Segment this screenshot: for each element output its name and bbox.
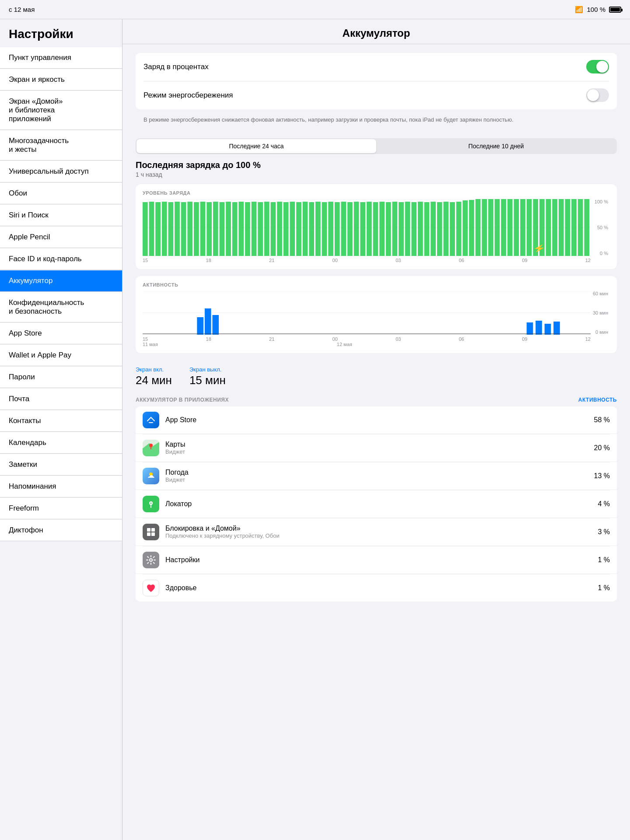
sidebar-item-wallpaper[interactable]: Обои	[0, 183, 122, 204]
screen-on-stat: Экран вкл. 24 мин	[136, 366, 172, 387]
power-saving-toggle[interactable]	[586, 88, 609, 102]
svg-rect-62	[520, 199, 525, 256]
svg-rect-11	[194, 202, 199, 256]
charge-y-100: 100 %	[595, 199, 608, 204]
status-right: 📶 100 %	[575, 6, 621, 14]
screen-off-label: Экран выкл.	[189, 366, 226, 373]
app-percent-settings: 1 %	[598, 556, 610, 564]
sidebar-item-face-id[interactable]: Face ID и код-пароль	[0, 248, 122, 270]
app-info-find-my: Локатор	[165, 500, 598, 508]
sidebar-item-calendar[interactable]: Календарь	[0, 432, 122, 454]
svg-rect-47	[424, 202, 430, 256]
svg-rect-37	[360, 202, 365, 256]
svg-rect-18	[238, 202, 244, 256]
app-row-maps[interactable]: Карты Виджет 20 %	[136, 434, 617, 462]
app-name-app-store: App Store	[165, 416, 594, 424]
svg-rect-49	[437, 202, 442, 256]
app-row-health[interactable]: Здоровье 1 %	[136, 574, 617, 602]
sidebar-item-voice-memos[interactable]: Диктофон	[0, 520, 122, 541]
sidebar: Настройки Пункт управления Экран и яркос…	[0, 0, 122, 840]
screen-on-label: Экран вкл.	[136, 366, 172, 373]
svg-rect-15	[220, 202, 225, 256]
sidebar-item-siri[interactable]: Siri и Поиск	[0, 205, 122, 226]
svg-rect-70	[571, 199, 577, 256]
svg-rect-26	[290, 202, 295, 256]
sidebar-item-accessibility[interactable]: Универсальный доступ	[0, 161, 122, 182]
power-saving-row: Режим энергосбережения	[136, 81, 617, 109]
sidebar-item-reminders[interactable]: Напоминания	[0, 476, 122, 497]
svg-rect-41	[386, 202, 391, 256]
svg-rect-13	[206, 202, 212, 256]
sidebar-item-multitasking[interactable]: Многозадачность и жесты	[0, 130, 122, 161]
app-percent-app-store: 58 %	[594, 416, 610, 424]
main-content: Аккумулятор Заряд в процентах Режим энер…	[122, 0, 630, 840]
svg-rect-80	[527, 322, 533, 335]
app-percent-maps: 20 %	[594, 444, 610, 452]
svg-rect-24	[277, 202, 282, 256]
svg-rect-3	[143, 202, 148, 256]
app-info-app-store: App Store	[165, 416, 594, 424]
time-range-selector[interactable]: Последние 24 часа Последние 10 дней	[136, 138, 617, 154]
svg-rect-43	[399, 202, 404, 256]
app-row-lock-home[interactable]: Блокировка и «Домой» Подключено к зарядн…	[136, 518, 617, 546]
activity-chart-section: АКТИВНОСТЬ	[136, 276, 617, 353]
svg-rect-72	[584, 199, 589, 256]
svg-rect-69	[565, 199, 570, 256]
charge-percent-toggle[interactable]	[586, 60, 609, 74]
svg-rect-82	[545, 324, 551, 335]
sidebar-item-passwords[interactable]: Пароли	[0, 367, 122, 388]
svg-rect-19	[245, 202, 250, 256]
app-row-find-my[interactable]: Локатор 4 %	[136, 490, 617, 518]
charge-percent-row: Заряд в процентах	[136, 53, 617, 80]
svg-rect-57	[488, 199, 494, 256]
sidebar-item-freeform[interactable]: Freeform	[0, 498, 122, 519]
svg-rect-9	[181, 202, 186, 256]
wifi-icon: 📶	[575, 6, 583, 14]
screen-off-stat: Экран выкл. 15 мин	[189, 366, 226, 387]
activity-y-30: 30 мин	[593, 310, 608, 315]
app-percent-lock-home: 3 %	[598, 528, 610, 536]
charge-percent-label: Заряд в процентах	[144, 63, 209, 71]
svg-rect-30	[315, 202, 321, 256]
sidebar-item-home-screen[interactable]: Экран «Домой» и библиотека приложений	[0, 91, 122, 130]
app-row-settings[interactable]: Настройки 1 %	[136, 546, 617, 574]
sidebar-item-apple-pencil[interactable]: Apple Pencil	[0, 227, 122, 248]
screen-on-value: 24 мин	[136, 374, 172, 387]
tab-24h[interactable]: Последние 24 часа	[136, 139, 376, 153]
last-charge-title: Последняя зарядка до 100 %	[136, 160, 617, 170]
sidebar-item-display[interactable]: Экран и яркость	[0, 69, 122, 91]
sidebar-item-wallet[interactable]: Wallet и Apple Pay	[0, 345, 122, 366]
app-row-weather[interactable]: Погода Виджет 13 %	[136, 462, 617, 490]
sidebar-item-contacts[interactable]: Контакты	[0, 410, 122, 432]
sidebar-item-notes[interactable]: Заметки	[0, 454, 122, 476]
apps-section-header: АККУМУЛЯТОР В ПРИЛОЖЕНИЯХ АКТИВНОСТЬ	[136, 391, 617, 406]
sidebar-item-mail[interactable]: Почта	[0, 388, 122, 410]
charge-chart-section: УРОВЕНЬ ЗАРЯДА	[136, 184, 617, 269]
svg-rect-63	[527, 199, 532, 256]
apps-section-action[interactable]: АКТИВНОСТЬ	[578, 397, 617, 403]
svg-rect-38	[367, 202, 372, 256]
app-icon-maps	[143, 440, 159, 456]
sidebar-item-privacy[interactable]: Конфиденциальность и безопасность	[0, 292, 122, 322]
sidebar-item-app-store[interactable]: App Store	[0, 323, 122, 344]
svg-rect-40	[379, 202, 385, 256]
svg-rect-48	[430, 202, 436, 256]
app-name-maps: Карты	[165, 441, 594, 448]
svg-rect-23	[271, 202, 276, 256]
svg-rect-6	[162, 202, 167, 256]
app-name-lock-home: Блокировка и «Домой»	[165, 525, 598, 532]
svg-rect-20	[252, 202, 257, 256]
svg-rect-51	[450, 202, 455, 256]
sidebar-item-battery[interactable]: Аккумулятор	[0, 270, 122, 292]
svg-rect-90	[147, 528, 150, 532]
svg-rect-21	[258, 202, 263, 256]
app-row-app-store[interactable]: App Store 58 %	[136, 406, 617, 434]
svg-rect-77	[197, 317, 203, 335]
power-saving-label: Режим энергосбережения	[144, 91, 233, 100]
status-bar: с 12 мая 📶 100 %	[0, 0, 630, 19]
svg-rect-52	[456, 202, 462, 256]
svg-rect-39	[373, 202, 378, 256]
app-icon-app-store	[143, 412, 159, 428]
tab-10d[interactable]: Последние 10 дней	[376, 139, 616, 153]
sidebar-item-control-center[interactable]: Пункт управления	[0, 47, 122, 69]
